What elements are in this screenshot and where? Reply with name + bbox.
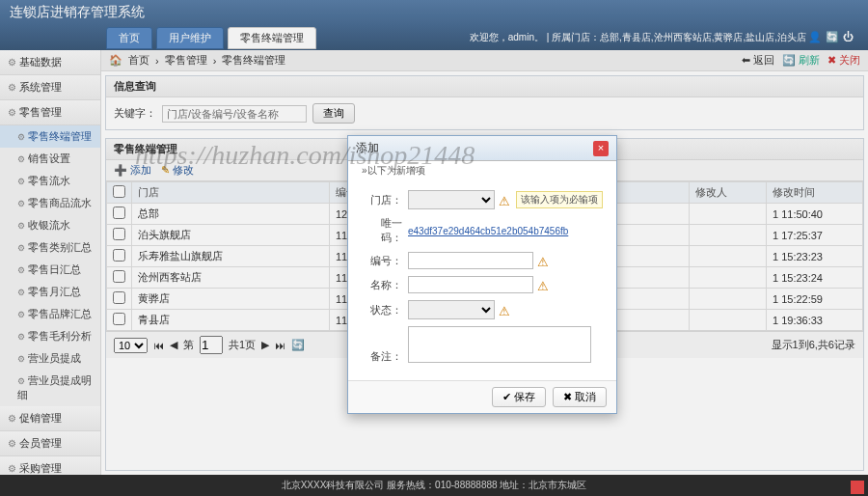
status-label: 状态： <box>362 303 402 317</box>
code-label: 编号： <box>362 254 402 268</box>
footer: 北京XXXX科技有限公司 服务热线：010-88888888 地址：北京市东城区 <box>0 475 868 496</box>
status-select[interactable] <box>408 300 495 319</box>
cancel-button[interactable]: ✖ 取消 <box>553 387 607 407</box>
store-label: 门店： <box>362 193 402 207</box>
unique-value[interactable]: e43df37e29d464cb51e2b054b7456fb <box>408 226 591 236</box>
add-dialog: 添加 × »以下为新增项 门店： 该输入项为必输项 唯一码： e43df37e2… <box>347 135 617 414</box>
save-button[interactable]: ✔ 保存 <box>492 387 546 407</box>
store-select[interactable] <box>408 190 495 209</box>
warning-icon <box>499 194 512 206</box>
warning-icon <box>537 255 551 266</box>
warning-icon <box>537 279 551 290</box>
remark-label: 备注： <box>362 349 402 364</box>
dialog-title: 添加 <box>356 140 379 156</box>
warning-icon <box>499 304 512 316</box>
required-hint: 该输入项为必输项 <box>516 191 603 208</box>
unique-label: 唯一码： <box>362 216 402 245</box>
dialog-sub-hint: »以下为新增项 <box>348 161 616 180</box>
close-icon[interactable]: × <box>593 141 609 156</box>
code-input[interactable] <box>408 252 533 269</box>
remark-textarea[interactable] <box>408 326 591 363</box>
name-label: 名称： <box>362 278 402 292</box>
alert-flag-icon[interactable] <box>851 481 864 494</box>
name-input[interactable] <box>408 276 533 293</box>
